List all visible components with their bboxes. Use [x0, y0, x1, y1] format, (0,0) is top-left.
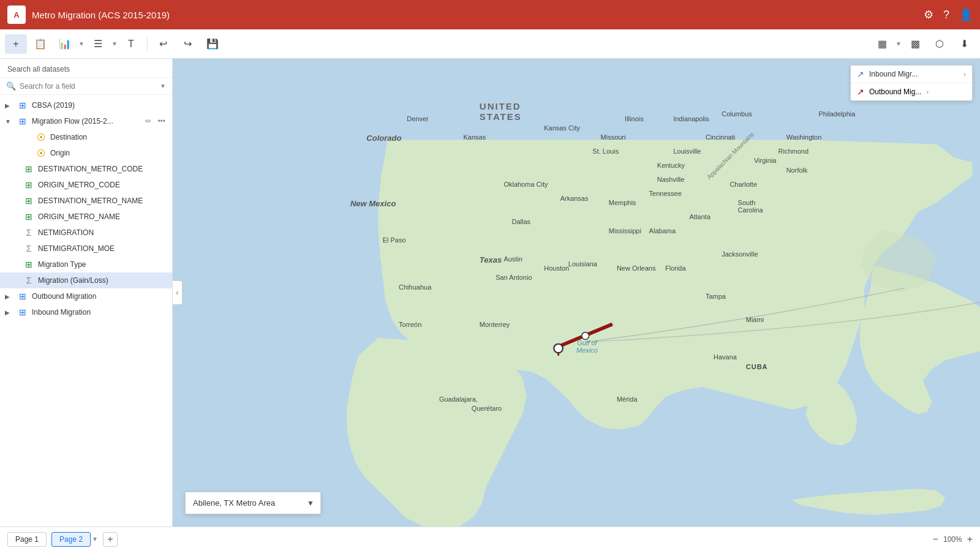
field-origin[interactable]: ⦿ Origin [0, 145, 172, 161]
text-button[interactable]: T [120, 34, 142, 54]
table-icon-migration: ⊞ [17, 116, 28, 126]
field-label-origin: Origin [50, 149, 70, 157]
dataset-list: ▶ ⊞ CBSA (2019) ▼ ⊞ Migration Flow (2015… [0, 95, 172, 527]
search-icon: 🔍 [6, 81, 16, 91]
dataset-actions: ✏ ••• [143, 116, 167, 126]
field-label-dest-metro-name: DESTINATION_METRO_NAME [38, 197, 143, 205]
toolbar-right: ▦ ▼ ▩ ⬡ ⬇ [871, 34, 975, 54]
dataset-item-migration-flow[interactable]: ▼ ⊞ Migration Flow (2015-2... ✏ ••• [0, 113, 172, 129]
geo-icon-origin: ⦿ [36, 148, 47, 158]
map-svg [173, 59, 980, 527]
legend-outbound[interactable]: ↗ Page 1 Outbound Mig... › [851, 83, 972, 100]
legend-inbound-arrow: › [963, 70, 966, 78]
calc-icon-netmigration-moe: Σ [23, 244, 34, 253]
settings-icon[interactable]: ⚙ [924, 8, 933, 21]
zoom-level: 100% [943, 535, 962, 544]
dataset-item-cbsa[interactable]: ▶ ⊞ CBSA (2019) [0, 97, 172, 113]
page2-button[interactable]: Page 2 [51, 532, 91, 547]
table-icon-cbsa: ⊞ [17, 100, 28, 110]
statusbar: Page 1 Page 2 ▼ + − 100% + [0, 527, 980, 551]
legend-outbound-text: Outbound Mig... [869, 88, 921, 96]
field-label-migration-gainloss: Migration (Gain/Loss) [38, 276, 108, 285]
measure-icon-origin-name: ⊞ [23, 212, 34, 222]
search-input[interactable] [20, 82, 156, 91]
map-legend-card: ↗ Inbound Migr... › ↗ Page 1 Outbound Mi… [850, 65, 973, 101]
app-title: Metro Migration (ACS 2015-2019) [32, 10, 918, 20]
zoom-controls: − 100% + [933, 534, 973, 545]
field-migration-gainloss[interactable]: Σ Migration (Gain/Loss) [0, 272, 172, 288]
sidebar-collapse-button[interactable]: ‹ [173, 280, 183, 305]
metro-dropdown-container[interactable]: Abilene, TX Metro Area Austin, TX Metro … [185, 492, 321, 514]
dataset-item-outbound[interactable]: ▶ ⊞ Outbound Migration [0, 288, 172, 304]
zoom-in-button[interactable]: + [967, 534, 973, 545]
page2-container: Page 2 ▼ [51, 532, 98, 547]
metro-dropdown-wrapper[interactable]: Abilene, TX Metro Area Austin, TX Metro … [186, 492, 320, 514]
legend-inbound[interactable]: ↗ Inbound Migr... › [851, 66, 972, 83]
dataset-item-inbound[interactable]: ▶ ⊞ Inbound Migration [0, 304, 172, 320]
field-label-migration-type: Migration Type [38, 260, 86, 269]
page1-button[interactable]: Page 1 [7, 532, 47, 547]
toolbar-separator-1 [147, 37, 148, 51]
expand-arrow-outbound: ▶ [5, 293, 13, 300]
expand-arrow-cbsa: ▶ [5, 102, 13, 109]
user-icon[interactable]: 👤 [959, 8, 973, 21]
field-dest-metro-name[interactable]: ⊞ DESTINATION_METRO_NAME [0, 193, 172, 209]
metro-dropdown-select[interactable]: Abilene, TX Metro Area Austin, TX Metro … [186, 492, 320, 514]
svg-point-4 [582, 332, 589, 340]
field-label-origin-metro-code: ORIGIN_METRO_CODE [38, 181, 120, 189]
field-destination[interactable]: ⦿ Destination [0, 129, 172, 145]
redo-button[interactable]: ↪ [177, 34, 199, 54]
save-button[interactable]: 💾 [202, 34, 224, 54]
measure-icon-origin-code: ⊞ [23, 180, 34, 190]
expand-arrow-migration: ▼ [5, 118, 13, 125]
measure-icon-dest-name: ⊞ [23, 196, 34, 206]
edit-icon[interactable]: ✏ [143, 116, 153, 126]
dataset-label-outbound: Outbound Migration [32, 292, 96, 301]
zoom-out-button[interactable]: − [933, 534, 938, 545]
grid2-button[interactable]: ▩ [904, 34, 926, 54]
field-netmigration-moe[interactable]: Σ NETMIGRATION_MOE [0, 241, 172, 257]
topbar: A Metro Migration (ACS 2015-2019) ⚙ ? 👤 [0, 0, 980, 29]
table-icon-inbound: ⊞ [17, 307, 28, 317]
dataset-label-migration: Migration Flow (2015-2... [32, 117, 113, 126]
more-icon[interactable]: ••• [156, 116, 167, 126]
sheet-button[interactable]: 📋 [29, 34, 51, 54]
map-button[interactable]: ⬡ [929, 34, 951, 54]
field-label-dest-metro-code: DESTINATION_METRO_CODE [38, 165, 143, 173]
svg-point-3 [554, 344, 563, 353]
field-label-netmigration: NETMIGRATION [38, 228, 94, 237]
main-content: Search all datasets 🔍 ▼ ▶ ⊞ CBSA (2019) … [0, 59, 980, 527]
calc-icon-gainloss: Σ [23, 276, 34, 285]
field-label-destination: Destination [50, 133, 87, 141]
add-page-button[interactable]: + [103, 532, 118, 547]
measure-icon-dest-code: ⊞ [23, 164, 34, 174]
measure-icon-migration-type: ⊞ [23, 260, 34, 269]
toolbar: + 📋 📊 ▼ ☰ ▼ T ↩ ↪ 💾 ▦ ▼ ▩ ⬡ ⬇ [0, 29, 980, 59]
field-dest-metro-code[interactable]: ⊞ DESTINATION_METRO_CODE [0, 161, 172, 177]
field-origin-metro-code[interactable]: ⊞ ORIGIN_METRO_CODE [0, 177, 172, 193]
chart-button[interactable]: 📊 [54, 34, 76, 54]
table-button[interactable]: ☰ [87, 34, 109, 54]
calc-icon-netmigration: Σ [23, 228, 34, 238]
inbound-legend-icon: ↗ [857, 69, 864, 79]
add-button[interactable]: + [5, 34, 27, 54]
search-dropdown-arrow[interactable]: ▼ [160, 83, 166, 89]
grid1-button[interactable]: ▦ [871, 34, 893, 54]
field-origin-metro-name[interactable]: ⊞ ORIGIN_METRO_NAME [0, 209, 172, 225]
sidebar-header: Search all datasets [0, 59, 172, 78]
expand-arrow-inbound: ▶ [5, 309, 13, 316]
field-netmigration[interactable]: Σ NETMIGRATION [0, 225, 172, 241]
table-icon-outbound: ⊞ [17, 291, 28, 301]
undo-button[interactable]: ↩ [153, 34, 175, 54]
map-area[interactable]: ‹ [173, 59, 980, 527]
sidebar: Search all datasets 🔍 ▼ ▶ ⊞ CBSA (2019) … [0, 59, 173, 527]
field-migration-type[interactable]: ⊞ Migration Type [0, 257, 172, 272]
download-button[interactable]: ⬇ [953, 34, 975, 54]
legend-outbound-arrow: › [926, 88, 929, 96]
app-logo: A [7, 6, 26, 24]
field-label-netmigration-moe: NETMIGRATION_MOE [38, 244, 115, 253]
top-icons: ⚙ ? 👤 [924, 8, 973, 21]
help-icon[interactable]: ? [943, 9, 949, 21]
page2-dropdown-arrow[interactable]: ▼ [92, 536, 98, 542]
search-box: 🔍 ▼ [0, 78, 172, 95]
